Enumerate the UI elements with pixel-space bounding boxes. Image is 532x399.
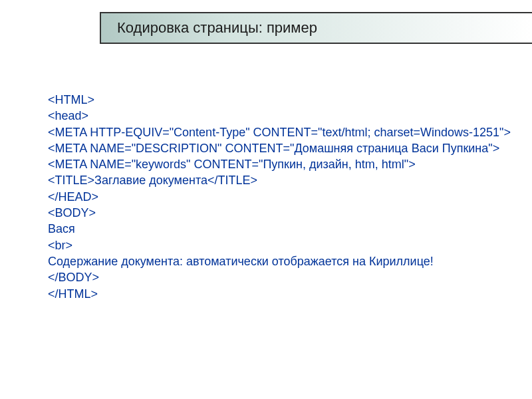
code-line: Содержание документа: автоматически отоб… <box>48 253 519 269</box>
code-line: <HTML> <box>48 92 519 108</box>
slide-header: Кодировка страницы: пример <box>100 12 532 44</box>
code-line: </HEAD> <box>48 189 519 205</box>
code-line: <META NAME="DESCRIPTION" CONTENT="Домашн… <box>48 140 519 156</box>
code-line: </HTML> <box>48 286 519 302</box>
code-line: <META HTTP-EQUIV="Content-Type" CONTENT=… <box>48 124 519 140</box>
code-line: <META NAME="keywords" CONTENT="Пупкин, д… <box>48 156 519 172</box>
code-line: </BODY> <box>48 269 519 285</box>
code-example: <HTML> <head> <META HTTP-EQUIV="Content-… <box>48 92 519 302</box>
code-line: <head> <box>48 108 519 124</box>
slide-title: Кодировка страницы: пример <box>117 19 317 37</box>
code-line: <br> <box>48 237 519 253</box>
code-line: <TITLE>Заглавие документа</TITLE> <box>48 172 519 188</box>
code-line: Вася <box>48 221 519 237</box>
code-line: <BODY> <box>48 205 519 221</box>
